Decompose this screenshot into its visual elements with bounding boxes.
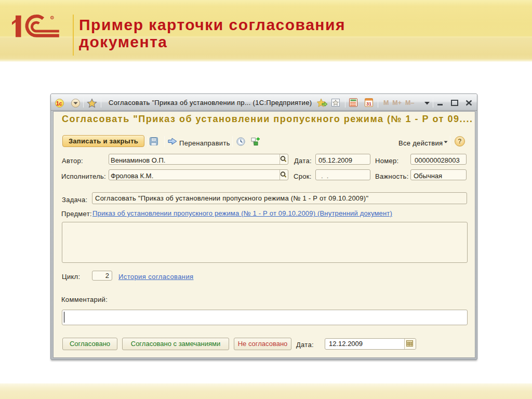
svg-text:R: R	[51, 16, 53, 19]
svg-text:31: 31	[366, 101, 371, 107]
svg-text:1с: 1с	[56, 100, 62, 107]
